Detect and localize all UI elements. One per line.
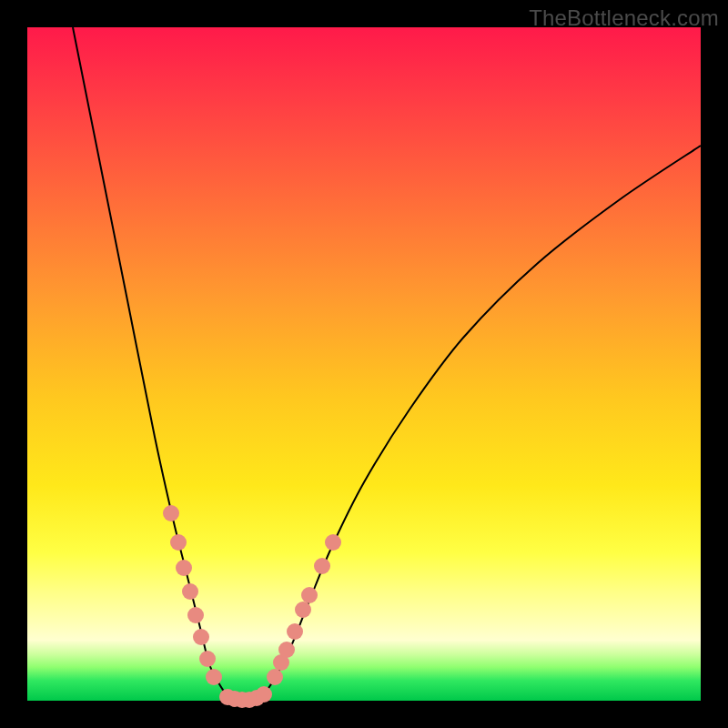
data-marker: [267, 669, 283, 685]
data-marker: [278, 642, 295, 658]
left-curve: [73, 27, 238, 700]
chart-svg: [27, 27, 701, 701]
data-marker: [295, 602, 311, 618]
data-marker: [301, 587, 318, 603]
right-curve: [238, 146, 701, 700]
data-marker: [206, 669, 222, 685]
data-marker: [193, 629, 209, 645]
data-marker: [314, 558, 330, 574]
data-marker: [256, 686, 272, 703]
data-marker: [170, 534, 187, 551]
data-marker: [287, 623, 303, 640]
data-marker: [163, 505, 179, 521]
data-marker: [199, 651, 216, 667]
data-marker: [176, 560, 192, 576]
data-markers: [163, 505, 341, 708]
data-marker: [182, 583, 198, 600]
data-marker: [187, 607, 204, 623]
data-marker: [325, 534, 341, 551]
